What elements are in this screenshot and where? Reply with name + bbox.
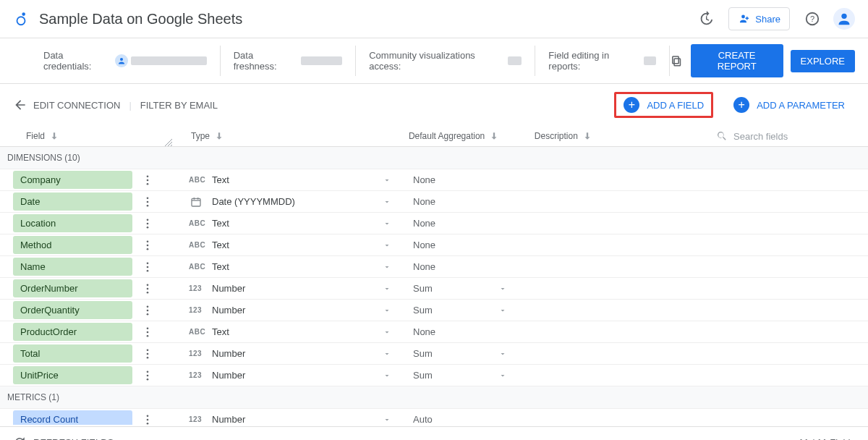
create-report-button[interactable]: CREATE REPORT xyxy=(691,44,783,77)
field-chip[interactable]: OrderNumber xyxy=(13,279,132,297)
text-type-icon: ABC xyxy=(189,241,205,249)
kebab-icon[interactable] xyxy=(141,347,154,360)
type-cell[interactable]: ABCText xyxy=(189,174,413,185)
svg-point-45 xyxy=(147,422,149,424)
filter-by-email-link[interactable]: FILTER BY EMAIL xyxy=(140,100,218,111)
aggregation-label: Sum xyxy=(413,348,433,359)
aggregation-cell[interactable]: Sum xyxy=(413,348,522,359)
svg-point-35 xyxy=(147,331,149,333)
kebab-icon[interactable] xyxy=(141,217,154,230)
kebab-icon[interactable] xyxy=(141,239,154,252)
aggregation-cell[interactable]: Sum xyxy=(413,370,522,381)
type-cell[interactable]: 123Number xyxy=(189,370,413,381)
field-chip[interactable]: Method xyxy=(13,236,132,254)
explore-button[interactable]: EXPLORE xyxy=(791,50,855,72)
field-chip[interactable]: Company xyxy=(13,171,132,189)
col-type[interactable]: Type xyxy=(178,131,409,141)
type-cell[interactable]: ABCText xyxy=(189,240,413,250)
type-cell[interactable]: ABCText xyxy=(189,326,413,337)
refresh-icon[interactable] xyxy=(13,436,26,440)
type-cell[interactable]: ABCText xyxy=(189,218,413,229)
add-field-button[interactable]: + ADD A FIELD xyxy=(614,92,713,118)
type-cell[interactable]: Date (YYYYMMDD) xyxy=(189,196,413,208)
svg-point-40 xyxy=(147,371,149,373)
field-chip[interactable]: Location xyxy=(13,214,132,232)
help-icon[interactable]: ? xyxy=(804,11,820,27)
field-chip[interactable]: Total xyxy=(13,344,132,363)
col-description[interactable]: Description xyxy=(535,131,716,141)
aggregation-cell[interactable]: Auto xyxy=(413,414,522,425)
search-input[interactable] xyxy=(733,131,855,142)
table-row: MethodABCTextNone xyxy=(0,234,868,256)
kebab-icon[interactable] xyxy=(141,326,154,339)
data-credentials[interactable]: Data credentials: xyxy=(13,46,221,76)
type-cell[interactable]: 123Number xyxy=(189,414,413,425)
svg-point-30 xyxy=(147,291,149,293)
field-chip[interactable]: Date xyxy=(13,192,132,211)
type-cell[interactable]: 123Number xyxy=(189,305,413,316)
aggregation-cell[interactable]: None xyxy=(413,326,522,337)
chevron-down-icon xyxy=(383,241,391,250)
type-label: Date (YYYYMMDD) xyxy=(212,196,295,207)
table-row: Total123NumberSum xyxy=(0,343,868,365)
svg-point-34 xyxy=(147,327,149,329)
metrics-rows: Record Count123NumberAuto xyxy=(0,409,868,425)
sort-arrow-icon xyxy=(214,131,224,141)
kebab-icon[interactable] xyxy=(141,282,154,295)
back-arrow-icon[interactable] xyxy=(13,98,27,112)
copy-icon[interactable] xyxy=(670,54,683,68)
svg-point-6 xyxy=(120,58,123,61)
col-aggregation[interactable]: Default Aggregation xyxy=(409,131,535,141)
app-header: Sample Data on Google Sheets Share ? xyxy=(0,0,868,38)
number-type-icon: 123 xyxy=(189,371,205,379)
col-field[interactable]: Field xyxy=(13,131,178,141)
svg-point-13 xyxy=(147,200,149,203)
type-cell[interactable]: ABCText xyxy=(189,261,413,272)
history-icon[interactable] xyxy=(698,11,714,27)
field-chip[interactable]: ProductOrder xyxy=(13,323,132,341)
table-row: OrderQuantity123NumberSum xyxy=(0,300,868,321)
kebab-icon[interactable] xyxy=(141,261,154,274)
field-chip[interactable]: UnitPrice xyxy=(13,366,132,384)
chevron-down-icon xyxy=(383,415,391,424)
share-button[interactable]: Share xyxy=(728,7,790,30)
type-label: Number xyxy=(212,348,245,359)
kebab-icon[interactable] xyxy=(141,413,154,426)
sort-arrow-icon xyxy=(489,131,499,141)
kebab-icon[interactable] xyxy=(141,195,154,208)
aggregation-label: None xyxy=(413,261,435,272)
community-visualizations[interactable]: Community visualizations access: xyxy=(356,46,535,76)
field-chip[interactable]: Record Count xyxy=(13,410,132,425)
field-chip[interactable]: Name xyxy=(13,258,132,276)
aggregation-cell[interactable]: None xyxy=(413,218,522,229)
kebab-icon[interactable] xyxy=(141,174,154,187)
add-parameter-button[interactable]: + ADD A PARAMETER xyxy=(723,91,855,119)
svg-point-14 xyxy=(147,204,149,206)
kebab-icon[interactable] xyxy=(141,304,154,317)
edit-connection-link[interactable]: EDIT CONNECTION xyxy=(33,100,120,111)
svg-rect-8 xyxy=(673,56,678,64)
svg-point-27 xyxy=(147,269,149,271)
person-add-icon xyxy=(738,12,751,25)
chevron-down-icon xyxy=(498,371,507,380)
kebab-icon[interactable] xyxy=(141,369,154,382)
data-freshness[interactable]: Data freshness: xyxy=(221,46,356,76)
aggregation-cell[interactable]: Sum xyxy=(413,283,522,294)
aggregation-cell[interactable]: None xyxy=(413,196,522,207)
aggregation-cell[interactable]: Sum xyxy=(413,305,522,316)
aggregation-cell[interactable]: None xyxy=(413,240,522,250)
aggregation-cell[interactable]: None xyxy=(413,261,522,272)
table-row: NameABCTextNone xyxy=(0,256,868,278)
field-editing[interactable]: Field editing in reports: xyxy=(535,46,670,76)
refresh-fields-link[interactable]: REFRESH FIELDS xyxy=(33,437,114,441)
svg-point-37 xyxy=(147,349,149,351)
user-avatar[interactable] xyxy=(833,8,855,30)
toolbar: EDIT CONNECTION | FILTER BY EMAIL + ADD … xyxy=(0,84,868,126)
svg-rect-7 xyxy=(674,59,680,66)
aggregation-cell[interactable]: None xyxy=(413,174,522,185)
search-fields[interactable] xyxy=(716,130,855,142)
type-cell[interactable]: 123Number xyxy=(189,283,413,294)
resize-grip-icon[interactable] xyxy=(165,138,172,145)
type-cell[interactable]: 123Number xyxy=(189,348,413,359)
field-chip[interactable]: OrderQuantity xyxy=(13,301,132,319)
